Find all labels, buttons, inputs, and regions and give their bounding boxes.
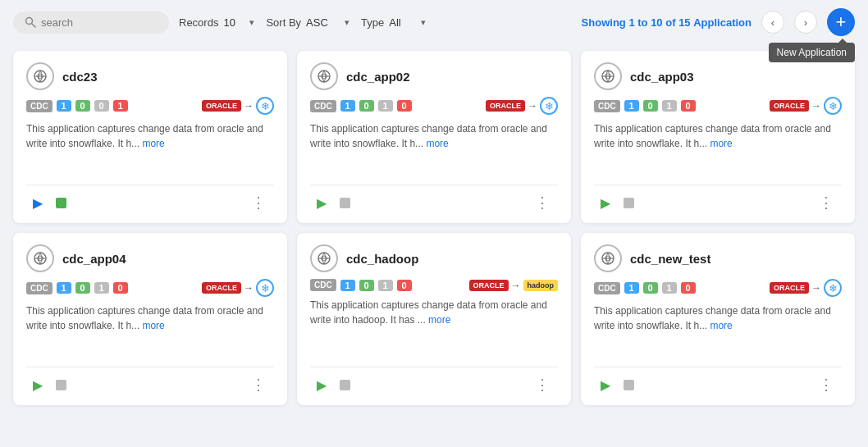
more-link[interactable]: more <box>142 320 164 331</box>
more-options-button[interactable]: ⋮ <box>244 190 274 215</box>
oracle-badge: ORACLE <box>770 282 809 294</box>
badge-num-2: 1 <box>378 100 393 112</box>
card-description: This application captures change data fr… <box>26 121 274 176</box>
more-link[interactable]: more <box>428 314 450 326</box>
card-title: cdc_new_test <box>630 252 710 266</box>
card-cdc_app02: cdc_app02 CDC 1010 ORACLE → ❄ This appli… <box>297 51 571 223</box>
card-actions: ▶ ⋮ <box>26 190 274 215</box>
arrow-icon: → <box>244 100 254 112</box>
badge-num-0: 1 <box>57 100 71 112</box>
showing-type: Application <box>693 16 752 29</box>
snowflake-icon: ❄ <box>824 97 842 115</box>
card-cdc_new_test: cdc_new_test CDC 1010 ORACLE → ❄ This ap… <box>581 233 855 405</box>
badges-row: CDC 1010 ORACLE → ❄ <box>594 97 842 115</box>
type-group: Type All CDC ETL <box>361 16 427 29</box>
card-header: cdc23 <box>26 62 274 90</box>
snowflake-icon: ❄ <box>824 279 842 297</box>
stop-button[interactable] <box>49 376 73 394</box>
play-button[interactable]: ▶ <box>594 374 617 396</box>
hadoop-badge: hadoop <box>523 280 559 291</box>
card-header: cdc_hadoop <box>310 244 558 272</box>
oracle-badge: ORACLE <box>202 282 241 294</box>
badge-num-2: 1 <box>378 280 393 291</box>
snowflake-icon: ❄ <box>256 279 274 297</box>
badges-row: CDC 1001 ORACLE → ❄ <box>26 97 274 115</box>
snowflake-icon: ❄ <box>540 97 558 115</box>
type-select-wrapper: All CDC ETL <box>389 16 427 29</box>
more-link[interactable]: more <box>426 138 448 149</box>
search-box <box>13 11 169 34</box>
card-title: cdc_app03 <box>630 70 694 84</box>
badge-num-0: 1 <box>624 100 639 112</box>
more-options-button[interactable]: ⋮ <box>812 190 842 215</box>
more-link[interactable]: more <box>142 138 164 149</box>
app-icon <box>26 244 54 272</box>
more-options-button[interactable]: ⋮ <box>812 372 842 397</box>
sort-label: Sort By <box>266 16 301 29</box>
more-options-button[interactable]: ⋮ <box>244 372 274 397</box>
badge-num-2: 1 <box>662 282 677 294</box>
records-select-wrapper: 10 25 50 100 <box>223 16 256 29</box>
stop-button[interactable] <box>333 194 357 212</box>
play-button[interactable]: ▶ <box>310 192 333 214</box>
badge-num-2: 1 <box>94 282 109 294</box>
play-button[interactable]: ▶ <box>26 374 49 396</box>
add-application-button[interactable]: + <box>827 8 855 36</box>
badges-row: CDC 1010 ORACLE → ❄ <box>594 279 842 297</box>
app-icon <box>310 62 338 90</box>
card-header: cdc_app04 <box>26 244 274 272</box>
more-options-button[interactable]: ⋮ <box>528 190 558 215</box>
card-title: cdc23 <box>62 70 98 84</box>
cdc-badge: CDC <box>594 282 620 294</box>
stop-button[interactable] <box>617 194 641 212</box>
card-actions: ▶ ⋮ <box>26 372 274 397</box>
prev-button[interactable]: ‹ <box>761 11 784 34</box>
stop-button[interactable] <box>617 376 641 394</box>
card-actions: ▶ ⋮ <box>310 190 558 215</box>
badge-num-1: 0 <box>643 100 658 112</box>
more-link[interactable]: more <box>710 320 732 331</box>
more-options-button[interactable]: ⋮ <box>528 372 558 397</box>
add-button-wrapper: + New Application <box>827 8 855 36</box>
card-actions: ▶ ⋮ <box>310 372 558 397</box>
card-title: cdc_app02 <box>346 70 410 84</box>
play-button[interactable]: ▶ <box>310 374 333 396</box>
showing-to-label: to <box>637 16 651 29</box>
arrow-icon: → <box>528 100 537 112</box>
sort-group: Sort By ASC DESC <box>266 16 351 29</box>
oracle-badge: ORACLE <box>486 100 525 112</box>
badge-num-1: 0 <box>75 282 90 294</box>
card-description: This application captures change data fr… <box>26 303 274 358</box>
card-header: cdc_app02 <box>310 62 558 90</box>
badges-row: CDC 1010 ORACLE → ❄ <box>26 279 274 297</box>
connector-group: ORACLE → ❄ <box>770 97 842 115</box>
svg-line-1 <box>32 24 36 28</box>
cdc-badge: CDC <box>26 282 53 294</box>
play-button[interactable]: ▶ <box>594 192 617 214</box>
arrow-icon: → <box>811 100 821 112</box>
next-button[interactable]: › <box>794 11 817 34</box>
badge-num-3: 1 <box>113 100 128 112</box>
type-select[interactable]: All CDC ETL <box>389 16 427 29</box>
card-description: This application captures change data fr… <box>310 121 558 176</box>
badge-num-1: 0 <box>75 100 90 112</box>
showing-text: Showing 1 to 10 of 15 Application <box>582 16 752 29</box>
play-button[interactable]: ▶ <box>26 192 49 214</box>
stop-button[interactable] <box>333 376 357 394</box>
badge-num-0: 1 <box>340 100 355 112</box>
more-link[interactable]: more <box>710 138 732 149</box>
badge-num-3: 0 <box>681 100 696 112</box>
stop-button[interactable] <box>49 194 73 212</box>
sort-select-wrapper: ASC DESC <box>306 16 351 29</box>
badge-num-1: 0 <box>359 280 374 291</box>
showing-to: 10 <box>651 16 662 29</box>
connector-group: ORACLE → ❄ <box>486 97 558 115</box>
records-select[interactable]: 10 25 50 100 <box>223 16 256 29</box>
badge-num-2: 0 <box>94 100 109 112</box>
badge-num-3: 0 <box>113 282 128 294</box>
cdc-badge: CDC <box>310 279 336 291</box>
card-title: cdc_app04 <box>62 252 126 266</box>
card-divider <box>594 367 842 367</box>
search-input[interactable] <box>41 16 156 29</box>
sort-select[interactable]: ASC DESC <box>306 16 351 29</box>
